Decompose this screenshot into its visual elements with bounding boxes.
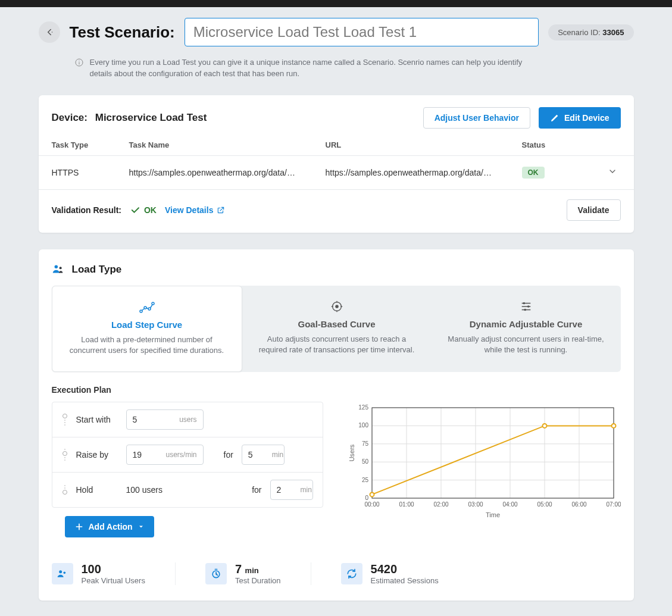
col-task-type: Task Type	[52, 140, 129, 149]
exec-row-start: Start with users	[52, 402, 323, 437]
svg-text:07:00: 07:00	[606, 501, 621, 508]
svg-point-14	[524, 308, 526, 311]
svg-text:04:00: 04:00	[502, 501, 517, 508]
exec-row-raise: Raise by users/min for min	[52, 437, 323, 473]
svg-point-11	[335, 305, 339, 308]
info-icon	[74, 58, 84, 80]
svg-point-2	[79, 61, 79, 61]
svg-point-13	[527, 305, 529, 308]
svg-text:01:00: 01:00	[399, 501, 414, 508]
top-bar	[0, 0, 672, 7]
stat-duration: 7 min Test Duration	[205, 562, 311, 585]
duration-value: 7	[235, 562, 242, 576]
edit-device-button[interactable]: Edit Device	[539, 107, 620, 129]
svg-point-4	[54, 265, 58, 268]
expand-row-button[interactable]	[593, 167, 617, 178]
svg-point-9	[152, 302, 154, 305]
stat-sessions: 5420 Estimated Sessions	[341, 562, 468, 585]
curve-load-step[interactable]: Load Step Curve Load with a pre-determin…	[52, 286, 242, 372]
curve-desc: Auto adjusts concurrent users to reach a…	[254, 334, 420, 355]
duration-label: Test Duration	[235, 576, 281, 585]
svg-text:0: 0	[365, 495, 368, 501]
stopwatch-icon	[205, 563, 227, 584]
task-name-value: https://samples.openweathermap.org/data/…	[129, 168, 326, 177]
raise-by-input[interactable]: users/min	[126, 445, 204, 465]
adjust-user-behavior-button[interactable]: Adjust User Behavior	[423, 107, 530, 129]
svg-point-5	[59, 267, 61, 269]
add-action-label: Add Action	[89, 522, 133, 531]
svg-text:Users: Users	[348, 444, 355, 461]
task-row[interactable]: HTTPS https://samples.openweathermap.org…	[39, 155, 634, 190]
peak-users-value: 100	[82, 562, 145, 576]
curve-goal-based[interactable]: Goal-Based Curve Auto adjusts concurrent…	[242, 286, 432, 372]
page-title-label: Test Scenario:	[70, 23, 175, 42]
back-button[interactable]	[39, 21, 60, 43]
scenario-id-chip: Scenario ID: 33065	[548, 24, 633, 40]
svg-point-7	[144, 307, 146, 309]
sessions-label: Estimated Sessions	[371, 576, 439, 585]
validate-button[interactable]: Validate	[567, 199, 621, 221]
svg-point-6	[140, 310, 142, 312]
load-type-title: Load Type	[72, 264, 122, 276]
svg-text:02:00: 02:00	[433, 501, 448, 508]
svg-point-46	[611, 424, 615, 428]
task-url-value: https://samples.openweathermap.org/data/…	[326, 168, 522, 177]
external-link-icon	[217, 206, 225, 214]
execution-plan-title: Execution Plan	[39, 372, 634, 402]
edit-button-label: Edit Device	[564, 113, 609, 123]
hold-value: 100 users	[126, 485, 162, 495]
svg-rect-43	[372, 408, 614, 498]
pencil-icon	[550, 113, 560, 123]
hold-for-input[interactable]: min	[270, 480, 313, 500]
start-with-label: Start with	[76, 415, 118, 424]
col-task-name: Task Name	[129, 140, 326, 149]
execution-plan-form: Start with users Raise by users/min	[52, 402, 323, 508]
chevron-down-icon	[608, 167, 617, 176]
svg-text:00:00: 00:00	[364, 501, 379, 508]
svg-text:05:00: 05:00	[537, 501, 552, 508]
target-icon	[330, 300, 344, 313]
svg-rect-3	[79, 62, 79, 64]
svg-text:Time: Time	[485, 511, 499, 518]
svg-text:75: 75	[361, 440, 368, 447]
exec-row-hold: Hold 100 users for min	[52, 473, 323, 507]
refresh-icon	[341, 563, 362, 584]
curve-title: Load Step Curve	[64, 320, 230, 330]
execution-plan-chart: 025507510012500:0001:0002:0003:0004:0005…	[347, 402, 621, 523]
col-url: URL	[326, 140, 522, 149]
col-status: Status	[522, 140, 593, 149]
task-table-header: Task Type Task Name URL Status	[39, 135, 634, 155]
sessions-value: 5420	[371, 562, 439, 576]
svg-point-45	[542, 424, 546, 428]
stat-peak-users: 100 Peak Virtual Users	[52, 562, 176, 585]
for-label-2: for	[252, 485, 261, 495]
plus-icon	[74, 522, 84, 531]
raise-by-label: Raise by	[76, 450, 118, 459]
svg-point-49	[59, 570, 62, 573]
svg-text:06:00: 06:00	[571, 501, 586, 508]
view-details-link[interactable]: View Details	[165, 205, 225, 215]
device-card: Device: Microservice Load Test Adjust Us…	[39, 95, 634, 233]
svg-point-8	[148, 308, 151, 310]
check-icon	[130, 205, 140, 215]
curve-dynamic[interactable]: Dynamic Adjustable Curve Manually adjust…	[432, 286, 621, 372]
svg-text:100: 100	[358, 422, 368, 429]
validation-result-label: Validation Result:	[52, 205, 121, 215]
arrow-left-icon	[44, 27, 55, 37]
svg-text:25: 25	[361, 477, 368, 483]
scenario-name-input[interactable]	[185, 18, 539, 46]
svg-point-44	[370, 492, 374, 496]
add-action-button[interactable]: Add Action	[65, 516, 154, 537]
curve-title: Dynamic Adjustable Curve	[443, 319, 609, 329]
peak-users-label: Peak Virtual Users	[82, 576, 145, 585]
svg-point-12	[523, 302, 525, 304]
load-type-card: Load Type Load Step Curve Load with a pr…	[39, 249, 634, 601]
svg-text:03:00: 03:00	[468, 501, 483, 508]
duration-unit: min	[245, 566, 259, 575]
svg-point-50	[63, 572, 65, 574]
raise-for-input[interactable]: min	[242, 445, 285, 465]
validation-status: OK	[130, 205, 157, 215]
task-type-value: HTTPS	[52, 168, 129, 177]
start-with-input[interactable]: users	[126, 409, 204, 430]
scenario-id-value: 33065	[602, 28, 624, 37]
